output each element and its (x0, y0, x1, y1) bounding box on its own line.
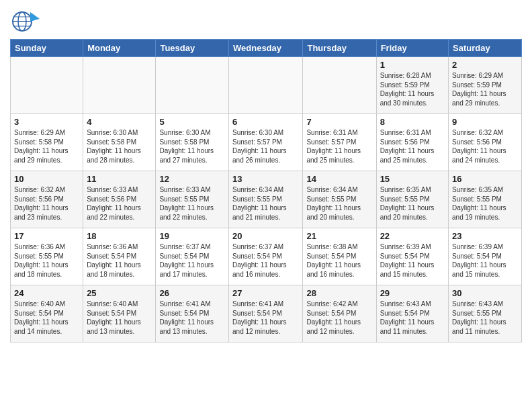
calendar-week-row: 3Sunrise: 6:29 AM Sunset: 5:58 PM Daylig… (11, 114, 522, 171)
calendar-header-row: SundayMondayTuesdayWednesdayThursdayFrid… (11, 40, 522, 57)
day-number: 17 (14, 231, 79, 241)
calendar-day-cell: 8Sunrise: 6:31 AM Sunset: 5:56 PM Daylig… (376, 114, 448, 171)
day-number: 30 (452, 288, 518, 298)
day-info: Sunrise: 6:43 AM Sunset: 5:55 PM Dayligh… (452, 300, 518, 336)
day-info: Sunrise: 6:28 AM Sunset: 5:59 PM Dayligh… (380, 71, 445, 107)
day-info: Sunrise: 6:37 AM Sunset: 5:54 PM Dayligh… (159, 242, 225, 279)
day-number: 26 (159, 288, 225, 298)
calendar-day-cell: 25Sunrise: 6:40 AM Sunset: 5:54 PM Dayli… (83, 285, 156, 342)
day-info: Sunrise: 6:35 AM Sunset: 5:55 PM Dayligh… (380, 185, 445, 222)
calendar-day-cell: 29Sunrise: 6:43 AM Sunset: 5:54 PM Dayli… (376, 285, 448, 342)
calendar-day-cell (303, 57, 376, 114)
day-number: 8 (380, 117, 445, 127)
day-number: 19 (159, 231, 225, 241)
day-number: 29 (380, 288, 445, 298)
day-info: Sunrise: 6:30 AM Sunset: 5:58 PM Dayligh… (87, 128, 152, 165)
calendar-day-cell: 12Sunrise: 6:33 AM Sunset: 5:55 PM Dayli… (156, 171, 229, 228)
day-number: 6 (232, 117, 299, 127)
calendar-day-cell: 11Sunrise: 6:33 AM Sunset: 5:56 PM Dayli… (83, 171, 156, 228)
day-number: 9 (452, 117, 518, 127)
day-info: Sunrise: 6:34 AM Sunset: 5:55 PM Dayligh… (232, 185, 299, 222)
calendar-day-cell: 27Sunrise: 6:41 AM Sunset: 5:54 PM Dayli… (229, 285, 303, 342)
calendar-day-cell: 24Sunrise: 6:40 AM Sunset: 5:54 PM Dayli… (11, 285, 83, 342)
calendar-day-cell: 2Sunrise: 6:29 AM Sunset: 5:59 PM Daylig… (449, 57, 522, 114)
day-info: Sunrise: 6:36 AM Sunset: 5:54 PM Dayligh… (87, 242, 152, 279)
day-number: 22 (380, 231, 445, 241)
calendar-day-cell (156, 57, 229, 114)
day-info: Sunrise: 6:43 AM Sunset: 5:54 PM Dayligh… (380, 300, 445, 336)
calendar-week-row: 17Sunrise: 6:36 AM Sunset: 5:55 PM Dayli… (11, 228, 522, 285)
day-info: Sunrise: 6:32 AM Sunset: 5:56 PM Dayligh… (14, 185, 79, 222)
calendar-day-cell: 19Sunrise: 6:37 AM Sunset: 5:54 PM Dayli… (156, 228, 229, 285)
day-number: 28 (306, 288, 372, 298)
calendar-day-cell: 9Sunrise: 6:32 AM Sunset: 5:56 PM Daylig… (449, 114, 522, 171)
day-info: Sunrise: 6:33 AM Sunset: 5:55 PM Dayligh… (159, 185, 225, 222)
calendar-day-cell (229, 57, 303, 114)
day-number: 27 (232, 288, 299, 298)
calendar-week-row: 1Sunrise: 6:28 AM Sunset: 5:59 PM Daylig… (11, 57, 522, 114)
day-number: 20 (232, 231, 299, 241)
day-number: 12 (159, 174, 225, 184)
day-number: 25 (87, 288, 152, 298)
day-info: Sunrise: 6:36 AM Sunset: 5:55 PM Dayligh… (14, 242, 79, 279)
day-info: Sunrise: 6:38 AM Sunset: 5:54 PM Dayligh… (306, 242, 372, 279)
day-info: Sunrise: 6:29 AM Sunset: 5:59 PM Dayligh… (452, 71, 518, 107)
calendar-day-cell (83, 57, 156, 114)
calendar: SundayMondayTuesdayWednesdayThursdayFrid… (10, 39, 522, 342)
svg-marker-5 (30, 12, 40, 21)
day-number: 13 (232, 174, 299, 184)
day-info: Sunrise: 6:33 AM Sunset: 5:56 PM Dayligh… (87, 185, 152, 222)
calendar-day-cell: 22Sunrise: 6:39 AM Sunset: 5:54 PM Dayli… (376, 228, 448, 285)
day-info: Sunrise: 6:31 AM Sunset: 5:57 PM Dayligh… (306, 128, 372, 165)
calendar-day-cell: 4Sunrise: 6:30 AM Sunset: 5:58 PM Daylig… (83, 114, 156, 171)
day-number: 4 (87, 117, 152, 127)
day-number: 10 (14, 174, 79, 184)
weekday-header: Sunday (11, 40, 83, 57)
calendar-week-row: 10Sunrise: 6:32 AM Sunset: 5:56 PM Dayli… (11, 171, 522, 228)
day-info: Sunrise: 6:37 AM Sunset: 5:54 PM Dayligh… (232, 242, 299, 279)
day-number: 24 (14, 288, 79, 298)
day-number: 18 (87, 231, 152, 241)
day-number: 11 (87, 174, 152, 184)
day-info: Sunrise: 6:34 AM Sunset: 5:55 PM Dayligh… (306, 185, 372, 222)
calendar-day-cell: 1Sunrise: 6:28 AM Sunset: 5:59 PM Daylig… (376, 57, 448, 114)
calendar-day-cell: 26Sunrise: 6:41 AM Sunset: 5:54 PM Dayli… (156, 285, 229, 342)
weekday-header: Wednesday (229, 40, 303, 57)
calendar-day-cell: 16Sunrise: 6:35 AM Sunset: 5:55 PM Dayli… (449, 171, 522, 228)
weekday-header: Monday (83, 40, 156, 57)
day-number: 5 (159, 117, 225, 127)
calendar-day-cell: 6Sunrise: 6:30 AM Sunset: 5:57 PM Daylig… (229, 114, 303, 171)
day-info: Sunrise: 6:41 AM Sunset: 5:54 PM Dayligh… (159, 300, 225, 336)
calendar-day-cell: 28Sunrise: 6:42 AM Sunset: 5:54 PM Dayli… (303, 285, 376, 342)
calendar-day-cell: 3Sunrise: 6:29 AM Sunset: 5:58 PM Daylig… (11, 114, 83, 171)
day-info: Sunrise: 6:30 AM Sunset: 5:57 PM Dayligh… (232, 128, 299, 165)
logo-icon (10, 9, 40, 34)
day-info: Sunrise: 6:29 AM Sunset: 5:58 PM Dayligh… (14, 128, 79, 165)
page-header (10, 7, 522, 34)
calendar-week-row: 24Sunrise: 6:40 AM Sunset: 5:54 PM Dayli… (11, 285, 522, 342)
day-info: Sunrise: 6:40 AM Sunset: 5:54 PM Dayligh… (14, 300, 79, 336)
day-number: 2 (452, 60, 518, 70)
day-info: Sunrise: 6:35 AM Sunset: 5:55 PM Dayligh… (452, 185, 518, 222)
calendar-day-cell: 18Sunrise: 6:36 AM Sunset: 5:54 PM Dayli… (83, 228, 156, 285)
day-info: Sunrise: 6:41 AM Sunset: 5:54 PM Dayligh… (232, 300, 299, 336)
calendar-day-cell: 15Sunrise: 6:35 AM Sunset: 5:55 PM Dayli… (376, 171, 448, 228)
weekday-header: Tuesday (156, 40, 229, 57)
day-number: 3 (14, 117, 79, 127)
day-number: 16 (452, 174, 518, 184)
calendar-day-cell: 17Sunrise: 6:36 AM Sunset: 5:55 PM Dayli… (11, 228, 83, 285)
calendar-day-cell: 21Sunrise: 6:38 AM Sunset: 5:54 PM Dayli… (303, 228, 376, 285)
calendar-day-cell: 5Sunrise: 6:30 AM Sunset: 5:58 PM Daylig… (156, 114, 229, 171)
day-number: 14 (306, 174, 372, 184)
day-number: 15 (380, 174, 445, 184)
day-info: Sunrise: 6:30 AM Sunset: 5:58 PM Dayligh… (159, 128, 225, 165)
calendar-day-cell: 7Sunrise: 6:31 AM Sunset: 5:57 PM Daylig… (303, 114, 376, 171)
weekday-header: Saturday (449, 40, 522, 57)
weekday-header: Thursday (303, 40, 376, 57)
day-info: Sunrise: 6:39 AM Sunset: 5:54 PM Dayligh… (380, 242, 445, 279)
day-info: Sunrise: 6:39 AM Sunset: 5:54 PM Dayligh… (452, 242, 518, 279)
day-info: Sunrise: 6:32 AM Sunset: 5:56 PM Dayligh… (452, 128, 518, 165)
calendar-day-cell: 20Sunrise: 6:37 AM Sunset: 5:54 PM Dayli… (229, 228, 303, 285)
weekday-header: Friday (376, 40, 448, 57)
calendar-day-cell: 30Sunrise: 6:43 AM Sunset: 5:55 PM Dayli… (449, 285, 522, 342)
